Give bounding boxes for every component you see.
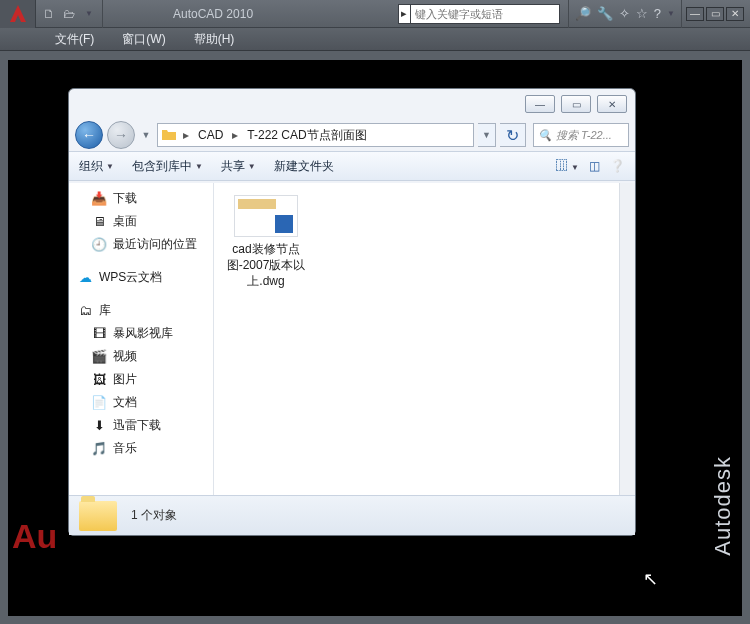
sidebar-item-xunlei[interactable]: ⬇迅雷下载 <box>69 414 213 437</box>
file-item-dwg[interactable]: cad装修节点图-2007版本以上.dwg <box>226 195 306 290</box>
refresh-button[interactable]: ↻ <box>500 123 526 147</box>
sidebar-scrollbar[interactable] <box>619 183 635 495</box>
view-options-icon[interactable]: ⿲ ▼ <box>556 159 579 173</box>
sidebar-item-wps[interactable]: ☁WPS云文档 <box>69 266 213 289</box>
file-open-dialog: — ▭ ✕ ← → ▼ ▸ CAD ▸ T-222 CAD节点剖面图 ▼ ↻ 🔍… <box>68 88 636 536</box>
help-dropdown-icon[interactable]: ▼ <box>667 9 675 18</box>
address-bar[interactable]: ▸ CAD ▸ T-222 CAD节点剖面图 <box>157 123 474 147</box>
xunlei-icon: ⬇ <box>91 418 107 434</box>
nav-back-button[interactable]: ← <box>75 121 103 149</box>
maximize-button[interactable]: ▭ <box>706 7 724 21</box>
documents-icon: 📄 <box>91 395 107 411</box>
nav-history-dropdown[interactable]: ▼ <box>139 122 153 148</box>
nav-forward-button[interactable]: → <box>107 121 135 149</box>
sidebar-item-documents[interactable]: 📄文档 <box>69 391 213 414</box>
sidebar-item-downloads[interactable]: 📥下载 <box>69 187 213 210</box>
explorer-search-input[interactable]: 🔍 搜索 T-22... <box>533 123 629 147</box>
comm-icon[interactable]: ✧ <box>619 6 630 21</box>
autocad-titlebar: 🗋 🗁 ▼ AutoCAD 2010 ▸ 🔎 🔧 ✧ ☆ ? ▼ — ▭ ✕ <box>0 0 750 28</box>
dwg-thumbnail-icon <box>234 195 298 237</box>
explorer-file-pane[interactable]: cad装修节点图-2007版本以上.dwg <box>214 183 619 495</box>
video-icon: 🎬 <box>91 349 107 365</box>
explorer-navbar: ← → ▼ ▸ CAD ▸ T-222 CAD节点剖面图 ▼ ↻ 🔍 搜索 T-… <box>69 119 635 151</box>
new-icon[interactable]: 🗋 <box>40 5 58 23</box>
autocad-app-menu[interactable] <box>0 0 36 28</box>
search-icon: 🔍 <box>538 129 552 142</box>
toolbar-include-in-library[interactable]: 包含到库中▼ <box>132 158 203 175</box>
sidebar-item-baofeng[interactable]: 🎞暴风影视库 <box>69 322 213 345</box>
sidebar-item-pictures[interactable]: 🖼图片 <box>69 368 213 391</box>
explorer-toolbar: 组织▼ 包含到库中▼ 共享▼ 新建文件夹 ⿲ ▼ ◫ ❔ <box>69 151 635 181</box>
sidebar-item-music[interactable]: 🎵音乐 <box>69 437 213 460</box>
minimize-button[interactable]: — <box>686 7 704 21</box>
window-controls: — ▭ ✕ <box>686 7 750 21</box>
app-title: AutoCAD 2010 <box>173 7 253 21</box>
status-folder-icon <box>79 501 117 531</box>
toolbar-organize[interactable]: 组织▼ <box>79 158 114 175</box>
autodesk-corner-logo: Au <box>12 517 57 556</box>
chevron-right-icon[interactable]: ▸ <box>180 128 192 142</box>
sidebar-item-recent[interactable]: 🕘最近访问的位置 <box>69 233 213 256</box>
close-button[interactable]: ✕ <box>726 7 744 21</box>
help-icon[interactable]: ? <box>654 6 661 21</box>
sidebar-item-videos[interactable]: 🎬视频 <box>69 345 213 368</box>
status-text: 1 个对象 <box>131 507 177 524</box>
search-placeholder-text: 搜索 T-22... <box>556 128 612 143</box>
file-name-label: cad装修节点图-2007版本以上.dwg <box>226 241 306 290</box>
explorer-sidebar: 📥下载 🖥桌面 🕘最近访问的位置 ☁WPS云文档 🗂库 🎞暴风影视库 🎬视频 🖼… <box>69 183 214 495</box>
menu-file[interactable]: 文件(F) <box>55 31 94 48</box>
open-icon[interactable]: 🗁 <box>60 5 78 23</box>
video-lib-icon: 🎞 <box>91 326 107 342</box>
pictures-icon: 🖼 <box>91 372 107 388</box>
address-dropdown[interactable]: ▼ <box>478 123 496 147</box>
breadcrumb-seg-cad[interactable]: CAD <box>192 124 229 146</box>
preview-pane-icon[interactable]: ◫ <box>589 159 600 173</box>
explorer-close-button[interactable]: ✕ <box>597 95 627 113</box>
explorer-statusbar: 1 个对象 <box>69 495 635 535</box>
favorite-icon[interactable]: ☆ <box>636 6 648 21</box>
desktop-icon: 🖥 <box>91 214 107 230</box>
recent-icon: 🕘 <box>91 237 107 253</box>
key-icon[interactable]: 🔧 <box>597 6 613 21</box>
menu-help[interactable]: 帮助(H) <box>194 31 235 48</box>
search-caret-icon[interactable]: ▸ <box>398 4 410 24</box>
infocenter-search-input[interactable] <box>410 4 560 24</box>
explorer-titlebar[interactable]: — ▭ ✕ <box>69 89 635 119</box>
toolbar-share[interactable]: 共享▼ <box>221 158 256 175</box>
autodesk-watermark: Autodesk <box>710 456 736 556</box>
music-icon: 🎵 <box>91 441 107 457</box>
explorer-maximize-button[interactable]: ▭ <box>561 95 591 113</box>
cloud-icon: ☁ <box>77 270 93 286</box>
chevron-right-icon[interactable]: ▸ <box>229 128 241 142</box>
toolbar-new-folder[interactable]: 新建文件夹 <box>274 158 334 175</box>
explorer-body: 📥下载 🖥桌面 🕘最近访问的位置 ☁WPS云文档 🗂库 🎞暴风影视库 🎬视频 🖼… <box>69 183 635 495</box>
explorer-minimize-button[interactable]: — <box>525 95 555 113</box>
mouse-cursor-icon: ↖ <box>643 568 658 590</box>
quick-access-toolbar: 🗋 🗁 ▼ <box>36 0 103 28</box>
infocenter-search: ▸ <box>398 4 560 24</box>
breadcrumb-seg-current[interactable]: T-222 CAD节点剖面图 <box>241 124 372 146</box>
toolbar-help-icon[interactable]: ❔ <box>610 159 625 173</box>
menu-window[interactable]: 窗口(W) <box>122 31 165 48</box>
libraries-icon: 🗂 <box>77 303 93 319</box>
sidebar-item-desktop[interactable]: 🖥桌面 <box>69 210 213 233</box>
sidebar-item-libraries[interactable]: 🗂库 <box>69 299 213 322</box>
downloads-icon: 📥 <box>91 191 107 207</box>
binoculars-icon[interactable]: 🔎 <box>575 6 591 21</box>
infocenter-buttons: 🔎 🔧 ✧ ☆ ? ▼ <box>568 0 682 28</box>
autocad-menubar: 文件(F) 窗口(W) 帮助(H) <box>0 28 750 51</box>
folder-icon <box>158 124 180 146</box>
qat-dropdown-icon[interactable]: ▼ <box>80 5 98 23</box>
